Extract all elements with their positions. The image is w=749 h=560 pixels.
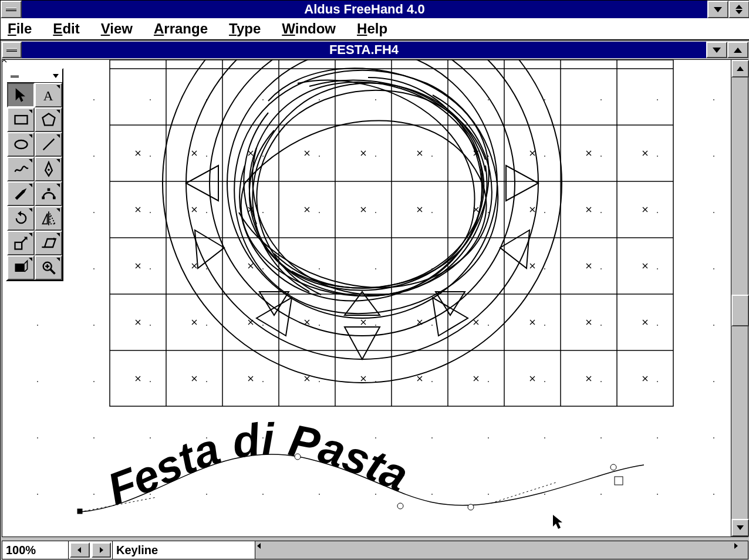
- grid-x-marks: [2, 60, 647, 381]
- svg-rect-43: [15, 116, 27, 124]
- toolbox-palette[interactable]: A: [6, 68, 63, 281]
- rotate-tool[interactable]: [7, 206, 35, 231]
- scroll-right-button[interactable]: [733, 542, 748, 558]
- svg-rect-55: [15, 242, 22, 249]
- svg-point-45: [15, 140, 27, 149]
- svg-line-62: [50, 269, 55, 274]
- app-title: Aldus FreeHand 4.0: [22, 1, 707, 18]
- scroll-left-button[interactable]: [255, 542, 271, 558]
- svg-point-35: [397, 503, 403, 509]
- svg-rect-50: [47, 188, 50, 191]
- menu-file[interactable]: File: [8, 21, 32, 37]
- app-system-menu[interactable]: [1, 1, 22, 18]
- menu-arrange[interactable]: Arrange: [154, 21, 208, 37]
- toolbox-menu-dropdown[interactable]: [49, 69, 62, 82]
- polygon-tool[interactable]: [35, 107, 62, 132]
- svg-marker-30: [436, 292, 465, 315]
- pointer-tool[interactable]: [7, 83, 35, 107]
- svg-rect-49: [53, 197, 56, 200]
- svg-marker-66: [100, 547, 103, 553]
- svg-marker-65: [77, 547, 81, 553]
- pen-tool[interactable]: [35, 157, 62, 181]
- document-title: FESTA.FH4: [22, 42, 706, 58]
- svg-marker-24: [257, 298, 292, 336]
- svg-point-21: [227, 60, 497, 318]
- document-vertical-scrollbar[interactable]: [731, 60, 748, 537]
- zoom-tool[interactable]: [35, 255, 62, 280]
- bezigon-tool[interactable]: [35, 181, 62, 206]
- menu-help[interactable]: Help: [357, 21, 387, 37]
- app-maximize-button[interactable]: [728, 1, 749, 18]
- object-bounds-grid: [110, 60, 673, 406]
- svg-point-19: [186, 60, 538, 359]
- svg-marker-26: [186, 166, 218, 201]
- trace-tool[interactable]: [7, 255, 35, 280]
- svg-marker-25: [506, 166, 538, 201]
- app-titlebar: Aldus FreeHand 4.0: [1, 1, 749, 18]
- scale-tool[interactable]: [7, 231, 35, 255]
- document-system-menu[interactable]: [2, 42, 22, 58]
- svg-rect-33: [77, 509, 82, 514]
- menu-edit[interactable]: Edit: [53, 21, 79, 37]
- svg-marker-67: [257, 543, 261, 549]
- text-on-path[interactable]: Festa di Pasta: [101, 414, 416, 514]
- svg-marker-44: [42, 114, 55, 126]
- document-horizontal-scrollbar[interactable]: [255, 541, 748, 559]
- menu-view[interactable]: View: [101, 21, 133, 37]
- rectangle-tool[interactable]: [7, 107, 35, 132]
- page-nav-buttons: [69, 541, 113, 559]
- svg-rect-59: [15, 264, 24, 272]
- document-workarea[interactable]: Festa di Pasta: [2, 59, 748, 537]
- svg-marker-51: [18, 211, 21, 216]
- svg-marker-41: [15, 88, 25, 102]
- menu-type[interactable]: Type: [229, 21, 261, 37]
- menubar: File Edit View Arrange Type Window Help: [1, 18, 749, 41]
- zoom-level[interactable]: 100%: [2, 541, 69, 559]
- svg-marker-54: [50, 214, 55, 224]
- svg-marker-57: [45, 239, 56, 247]
- svg-rect-39: [615, 477, 623, 485]
- svg-marker-68: [734, 543, 738, 549]
- next-page-button[interactable]: [92, 542, 112, 558]
- svg-text:A: A: [43, 88, 53, 103]
- reflect-tool[interactable]: [35, 206, 62, 231]
- canvas[interactable]: Festa di Pasta: [2, 60, 731, 537]
- prev-page-button[interactable]: [70, 542, 90, 558]
- svg-marker-53: [42, 214, 47, 224]
- knife-tool[interactable]: [7, 181, 35, 206]
- spaghetti-scribble: [234, 68, 498, 313]
- artwork: Festa di Pasta: [2, 60, 731, 537]
- cursor-arrow-icon: [553, 515, 562, 529]
- svg-line-37: [491, 483, 556, 503]
- scroll-track[interactable]: [271, 542, 733, 558]
- scroll-up-button[interactable]: [731, 60, 749, 77]
- svg-marker-40: [553, 515, 562, 529]
- scroll-thumb[interactable]: [731, 295, 749, 326]
- toolbox-titlebar[interactable]: [7, 69, 62, 83]
- svg-point-47: [48, 168, 50, 171]
- skew-tool[interactable]: [35, 231, 62, 255]
- svg-marker-23: [433, 298, 468, 336]
- menu-window[interactable]: Window: [282, 21, 336, 37]
- svg-marker-22: [345, 327, 380, 359]
- document-maximize-button[interactable]: [727, 42, 748, 58]
- text-tool[interactable]: A: [35, 83, 62, 107]
- line-tool[interactable]: [35, 132, 62, 157]
- statusbar: 100% Keyline: [2, 541, 748, 559]
- app-minimize-button[interactable]: [707, 1, 728, 18]
- freehand-tool[interactable]: [7, 157, 35, 181]
- svg-marker-29: [259, 292, 289, 315]
- svg-line-46: [43, 139, 54, 150]
- document-titlebar: FESTA.FH4: [2, 42, 748, 58]
- document-minimize-button[interactable]: [706, 42, 727, 58]
- ellipse-tool[interactable]: [7, 132, 35, 157]
- view-mode[interactable]: Keyline: [113, 541, 255, 559]
- scroll-down-button[interactable]: [731, 519, 749, 537]
- svg-rect-48: [42, 197, 45, 200]
- toolbox-system-menu[interactable]: [7, 69, 22, 82]
- svg-point-38: [610, 464, 616, 470]
- svg-point-36: [468, 504, 474, 510]
